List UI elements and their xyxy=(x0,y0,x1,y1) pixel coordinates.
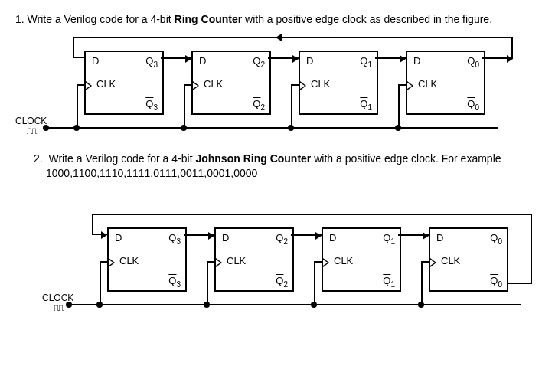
d-label: D xyxy=(115,232,122,243)
clock-triangle-icon xyxy=(323,258,329,267)
q2bar-label: Q2 xyxy=(253,98,265,112)
d-label: D xyxy=(222,232,229,243)
d-label: D xyxy=(199,55,206,67)
q1-bold: Ring Counter xyxy=(175,13,243,25)
q2-label: Q2 xyxy=(253,55,265,69)
d-label: D xyxy=(329,232,336,243)
q2-label: Q2 xyxy=(276,232,288,246)
flipflop-3: D Q3 CLK Q3 xyxy=(107,227,187,292)
q2-number: 2. xyxy=(34,152,43,165)
flipflop-2: D Q2 CLK Q2 xyxy=(191,51,271,115)
clock-label: CLOCK ⎍⎍ xyxy=(15,116,47,136)
clock-triangle-icon xyxy=(109,258,115,267)
q0-label: Q0 xyxy=(490,232,502,246)
d-label: D xyxy=(436,232,443,243)
clock-triangle-icon xyxy=(407,81,413,90)
clk-label: CLK xyxy=(227,255,246,266)
q3bar-label: Q3 xyxy=(168,275,181,289)
q2-text-before: Write a Verilog code for a 4-bit xyxy=(48,152,195,165)
flipflop-2: D Q2 CLK Q2 xyxy=(214,227,294,292)
q1-number: 1. xyxy=(15,13,24,25)
d-label: D xyxy=(306,55,313,67)
q2-sequence: 1000,1100,1110,1111,0111,0011,0001,0000 xyxy=(34,166,527,181)
q0bar-label: Q0 xyxy=(490,275,502,289)
q1bar-label: Q1 xyxy=(360,98,372,112)
q1bar-label: Q1 xyxy=(383,275,395,289)
ring-counter-diagram: D Q3 CLK Q3 D Q2 CLK Q2 D Q1 CLK Q1 D Q0… xyxy=(15,37,527,136)
flipflop-3: D Q3 CLK Q3 xyxy=(84,51,164,115)
clock-wave-icon: ⎍⎍ xyxy=(54,303,63,313)
q1-text-before: Write a Verilog code for a 4-bit xyxy=(28,13,175,25)
q3-label: Q3 xyxy=(168,232,181,246)
clock-triangle-icon xyxy=(300,81,306,90)
q1-text-after: with a positive edge clock as described … xyxy=(242,13,492,25)
q1-label: Q1 xyxy=(383,232,395,246)
d-label: D xyxy=(413,55,420,67)
q2bar-label: Q2 xyxy=(276,275,288,289)
question-1: 1. Write a Verilog code for a 4-bit Ring… xyxy=(15,12,527,28)
clock-triangle-icon xyxy=(86,81,92,90)
q2-text-after: with a positive edge clock. For example xyxy=(311,152,501,165)
q3-label: Q3 xyxy=(145,55,158,69)
d-label: D xyxy=(92,55,99,67)
clk-label: CLK xyxy=(311,78,330,90)
q0bar-label: Q0 xyxy=(467,98,479,112)
flipflop-1: D Q1 CLK Q1 xyxy=(322,227,401,292)
flipflop-1: D Q1 CLK Q1 xyxy=(299,51,378,115)
clk-label: CLK xyxy=(119,255,139,266)
q3bar-label: Q3 xyxy=(145,98,158,112)
clk-label: CLK xyxy=(96,78,116,90)
clock-triangle-icon xyxy=(193,81,199,90)
q1-label: Q1 xyxy=(360,55,372,69)
clock-triangle-icon xyxy=(216,258,222,267)
flipflop-0: D Q0 CLK Q0 xyxy=(406,51,485,115)
q0-label: Q0 xyxy=(467,55,479,69)
johnson-counter-diagram: D Q3 CLK Q3 D Q2 CLK Q2 D Q1 CLK Q1 D Q0… xyxy=(15,214,527,313)
clk-label: CLK xyxy=(334,255,353,266)
clock-wave-icon: ⎍⎍ xyxy=(27,126,36,136)
flipflop-0: D Q0 CLK Q0 xyxy=(429,227,508,292)
clock-triangle-icon xyxy=(430,258,436,267)
question-2: 2. Write a Verilog code for a 4-bit John… xyxy=(15,152,527,181)
q2-bold: Johnson Ring Counter xyxy=(195,152,311,165)
clk-label: CLK xyxy=(418,78,437,90)
clk-label: CLK xyxy=(441,255,460,266)
clk-label: CLK xyxy=(204,78,223,90)
